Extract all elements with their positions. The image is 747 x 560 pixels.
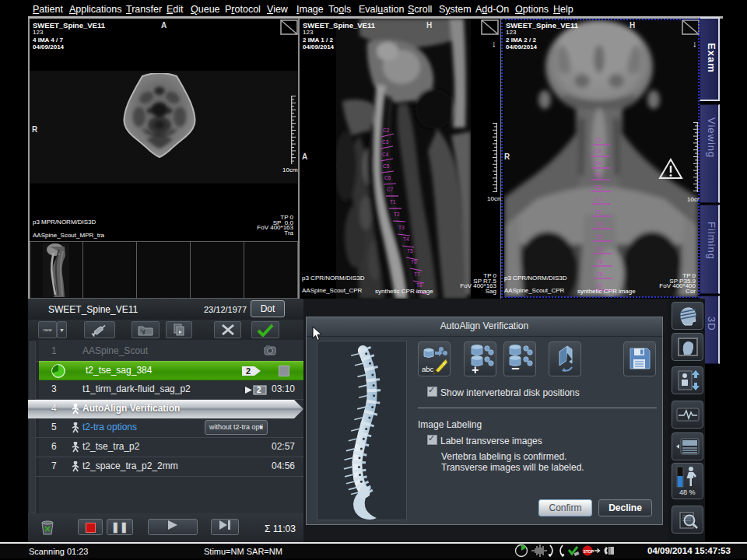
svg-text:C2: C2 [383, 128, 390, 133]
svg-text:abc: abc [422, 365, 434, 373]
svg-text:C3: C3 [382, 139, 389, 145]
svg-text:T2: T2 [394, 212, 400, 217]
svg-text:T1: T1 [390, 199, 396, 205]
svg-text:−: − [511, 361, 520, 375]
svg-text:+: + [472, 363, 479, 375]
svg-text:C4: C4 [382, 152, 389, 157]
svg-text:T5: T5 [407, 248, 413, 254]
svg-text:C6: C6 [384, 175, 391, 180]
svg-text:T8: T8 [416, 282, 423, 288]
svg-text:C5: C5 [383, 163, 390, 169]
svg-text:T3: T3 [398, 225, 405, 230]
svg-text:T6: T6 [411, 259, 417, 264]
svg-text:STOP: STOP [584, 549, 594, 554]
svg-text:2: 2 [257, 386, 261, 394]
svg-text:2: 2 [246, 366, 251, 376]
svg-text:T7: T7 [414, 271, 420, 277]
svg-text:C7: C7 [387, 187, 394, 192]
svg-text:T4: T4 [403, 236, 409, 242]
